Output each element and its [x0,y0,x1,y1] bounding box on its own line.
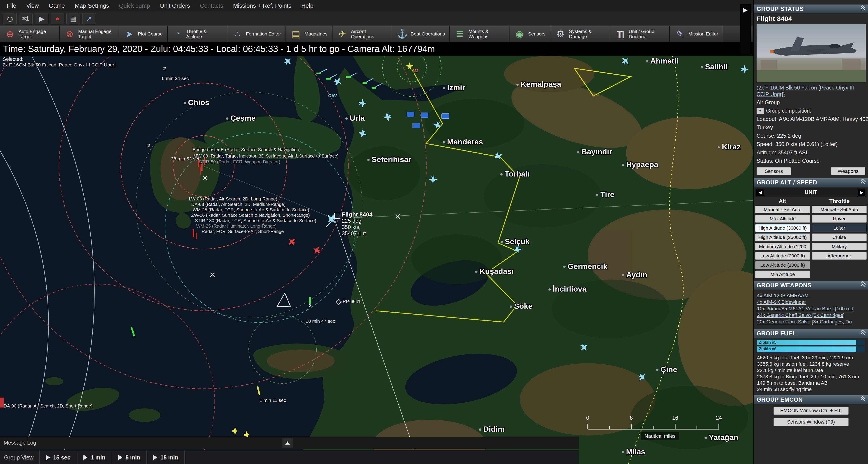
svg-text:×: × [395,212,401,221]
collapse-chevron-icon[interactable] [861,283,865,287]
toolbar-button[interactable]: ⚓ Boat Operations [392,26,450,42]
weapon-link[interactable]: 24x Generic Chaff Salvo [5x Cartridges] [757,312,865,318]
playback-speed-button[interactable]: 5 min [112,451,147,464]
menu-item[interactable]: Contacts [195,0,228,11]
svg-text:×: × [202,173,209,182]
sidebar-collapse-strip[interactable]: ▶ [740,4,751,56]
altitude-button[interactable]: Low Altitude (1000 ft) [755,261,810,269]
toolbar-button[interactable]: ✎ Mission Editor [670,26,723,42]
throttle-button[interactable]: Cruise [812,234,867,241]
map-viewport[interactable]: × × × [0,56,753,464]
collapse-chevron-icon[interactable] [861,397,865,402]
group-info-line: Turkey [754,122,868,131]
playback-speed-button[interactable]: 1 min [77,451,112,464]
fuel-gauge-label: Zipkin #6 [759,347,776,351]
weapons-button[interactable]: Weapons [831,167,865,175]
throttle-button[interactable]: Hover [812,215,867,223]
throttle-button[interactable]: Afterburner [812,252,867,260]
toolbar-button[interactable]: ✈ Aircraft Operations [333,26,392,42]
menu-item[interactable]: View [21,0,44,11]
fuel-gauge: Zipkin #6 [757,346,865,352]
playback-bar: Group View 15 sec 1 min 5 min 15 min [0,450,579,464]
toolbar-button-icon: ✈ [337,29,348,39]
group-fuel-header[interactable]: GROUP FUEL [754,329,868,338]
toolbar-button[interactable]: ⊗ Manual Engage Target [60,26,119,42]
edge-hostile-contact[interactable] [0,398,4,407]
toolbar-button[interactable]: ◔ Throttle & Altitude [168,26,227,42]
clock-icon[interactable]: ◷ [3,13,17,24]
playback-speed-button[interactable]: 15 min [147,451,185,464]
toolbar-button[interactable]: ◉ Sensors [509,26,550,42]
weapon-link[interactable]: 4x AIM-9X Sidewinder [757,299,865,305]
toolbar-button[interactable]: ∴ Formation Editor [227,26,286,42]
map-canvas[interactable]: × × × [0,56,753,464]
group-emcon-header[interactable]: GROUP EMCON [754,395,868,404]
collapse-chevron-icon[interactable] [861,180,865,185]
toolbar-button[interactable]: ⊕ Auto Engage Target [0,26,60,42]
play-icon [153,455,157,460]
toolbar-button-icon: ⚙ [555,29,566,39]
group-view-label[interactable]: Group View [0,451,39,464]
composition-dropdown-icon[interactable]: ▼ [756,107,764,114]
collapse-chevron-icon[interactable] [861,6,865,11]
toolbar-button-icon: ◉ [514,29,525,39]
f16-photo-illustration [756,24,866,82]
message-log-bar[interactable]: Message Log [0,437,579,448]
jump-to-icon[interactable]: ➚ [82,13,96,24]
play-button[interactable]: ▶ [35,13,49,24]
altitude-button[interactable]: Manual - Set Auto [755,206,810,213]
record-button[interactable]: ● [51,13,64,24]
toolbar-button[interactable]: ≣ Mounts & Weapons [450,26,509,42]
collapse-chevron-icon[interactable] [861,331,865,336]
toolbar-button-icon: ⚓ [397,29,408,39]
altitude-button[interactable]: Low Altitude (2000 ft) [755,252,810,260]
group-info-line: Altitude: 35407 ft ASL [754,147,868,156]
time-bar: Time: Saturday, February 29, 2020 - Zulu… [0,42,756,56]
throttle-button[interactable]: Manual - Set Auto [812,206,867,213]
weapon-link[interactable]: 20x Generic Flare Salvo [3x Cartridges, … [757,318,865,325]
up-arrow-icon [285,441,290,444]
altitude-button[interactable]: High Altitude (25000 ft) [755,234,810,241]
menu-item[interactable]: File [2,0,21,11]
menu-item[interactable]: Game [44,0,70,11]
menu-item[interactable]: Map Settings [70,0,114,11]
throttle-button[interactable]: Loiter [812,224,867,232]
altitude-button[interactable]: Min Altitude [755,271,810,278]
menu-item[interactable]: Help [296,0,318,11]
menu-item[interactable]: Missions + Ref. Points [228,0,296,11]
next-unit-button[interactable]: ▶ [858,189,866,196]
menu-bar: FileViewGameMap SettingsQuick JumpUnit O… [0,0,755,12]
toolbar-button-icon: ▤ [290,29,301,39]
weapon-link[interactable]: 4x AIM-120B AMRAAM [757,292,865,299]
previous-unit-button[interactable]: ◀ [756,189,764,196]
emcon-window-button[interactable]: Sensors Window (F9) [774,418,848,426]
weapons-list: 4x AIM-120B AMRAAM4x AIM-9X Sidewinder10… [754,289,868,329]
weapon-link[interactable]: 10x 20mm/85 M61A1 Vulcan Burst [100 rnd [757,305,865,312]
menu-item[interactable]: Quick Jump [114,0,155,11]
toolbar-button[interactable]: ➤ Plot Course [119,26,168,42]
screenshot-icon[interactable]: ▦ [66,13,80,24]
group-weapons-header[interactable]: GROUP WEAPONS [754,281,868,289]
altitude-button[interactable]: Max Altitude [755,215,810,223]
throttle-button[interactable]: Military [812,243,867,250]
toolbar-button-label: Unit / Group Doctrine [629,29,665,39]
altitude-button[interactable]: High Altitude (36000 ft) [755,224,810,232]
menu-item[interactable]: Unit Orders [155,0,195,11]
unit-type-link[interactable]: (2x F-16CM Blk 50 Falcon [Peace Onyx III… [754,82,868,98]
toolbar-button[interactable]: ▤ Magazines [286,26,333,42]
emcon-window-button[interactable]: EMCON Window (Ctrl + F9) [774,407,848,415]
group-alt-speed-header[interactable]: GROUP ALT / SPEED [754,178,868,187]
group-status-header[interactable]: GROUP STATUS [754,4,868,13]
toolbar-button[interactable]: ▥ Unit / Group Doctrine [610,26,670,42]
message-log-expand-button[interactable] [282,438,293,448]
time-compression-button[interactable]: ×1 [19,13,33,24]
throttle-column-header: Throttle [811,198,868,204]
toolbar-button[interactable]: ⚙ Systems & Damage [550,26,610,42]
sensors-button[interactable]: Sensors [756,167,791,175]
toolbar-button-label: Mounts & Weapons [468,29,504,39]
playback-speed-button[interactable]: 15 sec [39,451,77,464]
unit-class: Air Group [754,98,868,106]
section-title: GROUP EMCON [756,396,803,403]
toolbar-button-icon: ➤ [124,29,135,39]
altitude-button[interactable]: Medium Altitude (1200 [755,243,810,250]
